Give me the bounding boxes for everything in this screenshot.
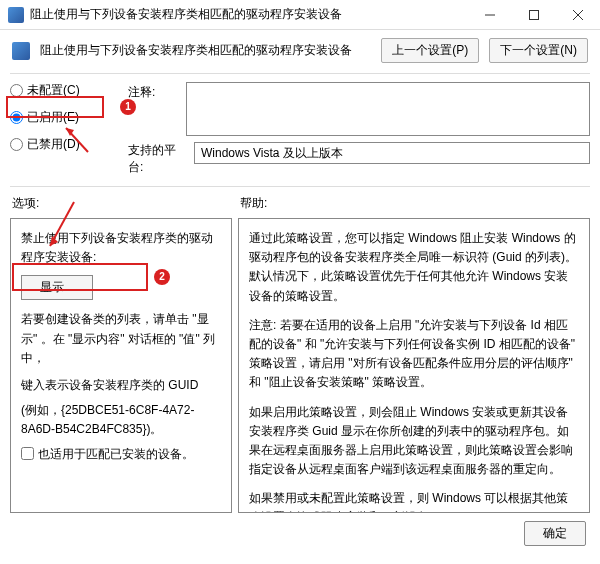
- comment-label: 注释:: [128, 82, 180, 101]
- help-p1: 通过此策略设置，您可以指定 Windows 阻止安装 Windows 的驱动程序…: [249, 229, 579, 306]
- apply-installed-checkbox-row[interactable]: 也适用于匹配已安装的设备。: [21, 446, 221, 463]
- window-title: 阻止使用与下列设备安装程序类相匹配的驱动程序安装设备: [30, 6, 468, 23]
- annotation-badge-1: 1: [120, 99, 136, 115]
- column-labels: 选项: 帮助:: [0, 187, 600, 218]
- radio-disabled[interactable]: 已禁用(D): [10, 136, 120, 153]
- help-p3: 如果启用此策略设置，则会阻止 Windows 安装或更新其设备安装程序类 Gui…: [249, 403, 579, 480]
- footer: 确定: [0, 513, 600, 554]
- close-button[interactable]: [556, 0, 600, 30]
- minimize-button[interactable]: [468, 0, 512, 30]
- options-panel: 禁止使用下列设备安装程序类的驱动程序安装设备: 显示... 若要创建设备类的列表…: [10, 218, 232, 513]
- next-setting-button[interactable]: 下一个设置(N): [489, 38, 588, 63]
- help-label: 帮助:: [238, 191, 590, 218]
- panels: 禁止使用下列设备安装程序类的驱动程序安装设备: 显示... 若要创建设备类的列表…: [0, 218, 600, 513]
- title-bar: 阻止使用与下列设备安装程序类相匹配的驱动程序安装设备: [0, 0, 600, 30]
- options-line3: 键入表示设备安装程序类的 GUID: [21, 376, 221, 395]
- radio-enabled[interactable]: 已启用(E): [10, 109, 120, 126]
- radio-not-configured-label: 未配置(C): [27, 82, 80, 99]
- config-area: 未配置(C) 已启用(E) 已禁用(D) 注释: 支持的平台: Windows …: [0, 74, 600, 180]
- maximize-button[interactable]: [512, 0, 556, 30]
- app-icon: [8, 7, 24, 23]
- options-line1: 禁止使用下列设备安装程序类的驱动程序安装设备:: [21, 229, 221, 267]
- help-p2: 注意: 若要在适用的设备上启用 "允许安装与下列设备 Id 相匹配的设备" 和 …: [249, 316, 579, 393]
- show-button[interactable]: 显示...: [21, 275, 93, 300]
- options-label: 选项:: [10, 191, 232, 218]
- prev-setting-button[interactable]: 上一个设置(P): [381, 38, 479, 63]
- ok-button[interactable]: 确定: [524, 521, 586, 546]
- platform-label: 支持的平台:: [128, 142, 188, 176]
- radio-disabled-label: 已禁用(D): [27, 136, 80, 153]
- apply-installed-checkbox[interactable]: [21, 447, 34, 460]
- options-line4: (例如，{25DBCE51-6C8F-4A72-8A6D-B54C2B4FC83…: [21, 401, 221, 439]
- svg-rect-1: [530, 10, 539, 19]
- radio-not-configured[interactable]: 未配置(C): [10, 82, 120, 99]
- header-row: 阻止使用与下列设备安装程序类相匹配的驱动程序安装设备 上一个设置(P) 下一个设…: [0, 30, 600, 73]
- help-p4: 如果禁用或未配置此策略设置，则 Windows 可以根据其他策略设置允许或阻止安…: [249, 489, 579, 513]
- apply-installed-label: 也适用于匹配已安装的设备。: [38, 446, 194, 463]
- options-line2: 若要创建设备类的列表，请单击 "显示" 。在 "显示内容" 对话框的 "值" 列…: [21, 310, 221, 368]
- help-panel: 通过此策略设置，您可以指定 Windows 阻止安装 Windows 的驱动程序…: [238, 218, 590, 513]
- radio-enabled-input[interactable]: [10, 111, 23, 124]
- policy-icon: [12, 42, 30, 60]
- radio-disabled-input[interactable]: [10, 138, 23, 151]
- annotation-badge-2: 2: [154, 269, 170, 285]
- radio-enabled-label: 已启用(E): [27, 109, 79, 126]
- comment-field[interactable]: [186, 82, 590, 136]
- radio-not-configured-input[interactable]: [10, 84, 23, 97]
- platform-value: Windows Vista 及以上版本: [194, 142, 590, 164]
- policy-title: 阻止使用与下列设备安装程序类相匹配的驱动程序安装设备: [40, 42, 371, 59]
